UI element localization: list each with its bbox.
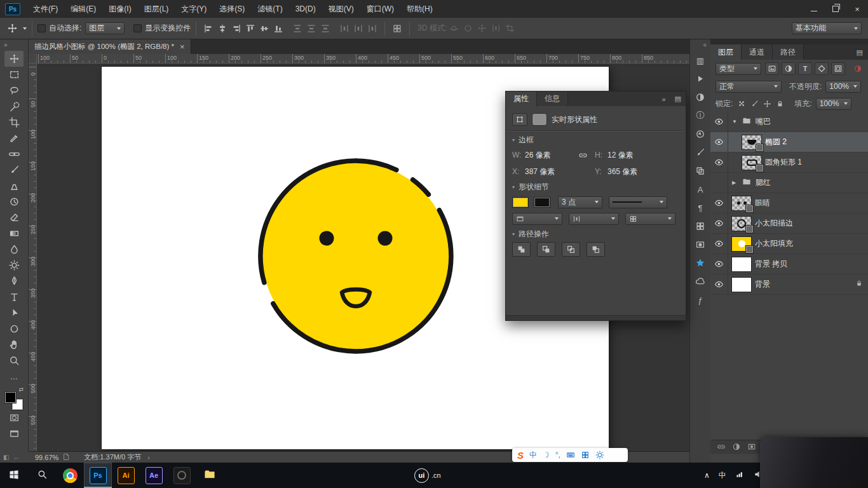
auto-select-target-combo[interactable]: 图层 [85,22,125,34]
start-button[interactable] [0,463,28,488]
section-bounds[interactable]: ▾边框 [512,133,679,147]
taskbar-app-illustrator[interactable]: Ai [112,463,140,488]
align-icon[interactable] [229,22,243,36]
layer-row[interactable]: 小太阳描边 [710,214,868,234]
distribute-icon[interactable] [290,22,304,36]
h-value-field[interactable]: 12 像素 [607,150,653,161]
fill-combo[interactable]: 100% [816,98,851,110]
taskbar-app-chrome[interactable] [56,463,84,488]
distribute-icon[interactable] [337,22,351,36]
menu-file[interactable]: 文件(F) [27,0,64,18]
ellipse-tool[interactable] [4,321,24,337]
gradient-tool[interactable] [4,226,24,241]
layer-thumbnail[interactable] [732,257,751,271]
group-disclosure-icon[interactable]: ▶ [732,180,738,186]
adjustments-panel-icon[interactable] [692,90,709,105]
x-value-field[interactable]: 387 像素 [525,166,571,177]
3d-move-icon[interactable] [475,22,489,36]
auto-align-icon[interactable] [390,22,404,36]
spot-healing-brush-tool[interactable] [4,146,24,162]
layer-visibility-toggle[interactable] [710,132,728,152]
menu-view[interactable]: 视图(V) [322,0,360,18]
character-panel-icon[interactable]: A [692,182,709,197]
ime-toolbox[interactable] [595,451,604,459]
layer-thumbnail[interactable] [732,217,751,231]
menu-window[interactable]: 窗口(W) [360,0,400,18]
clone-source-panel-icon[interactable] [692,163,709,179]
align-icon[interactable] [201,22,215,36]
align-icon[interactable] [257,22,271,36]
link-layers-icon[interactable] [717,442,726,452]
path-selection-tool[interactable] [4,305,24,321]
clone-stamp-tool[interactable] [4,178,24,194]
tab-properties[interactable]: 属性 [506,92,537,106]
libraries-panel-icon[interactable] [692,274,709,289]
auto-select-checkbox[interactable]: 自动选择: [37,23,81,34]
stroke-width-combo[interactable]: 3 点 [558,196,602,208]
stroke-align-combo[interactable] [512,213,562,225]
filter-type-icon[interactable] [765,62,779,75]
panel-menu-icon[interactable]: ▤ [670,92,686,106]
menu-3d[interactable]: 3D(D) [289,0,322,18]
info-panel-icon[interactable]: Ⓘ [692,108,709,123]
tab-channels[interactable]: 通道 [742,44,773,60]
menu-edit[interactable]: 编辑(E) [64,0,102,18]
hidden-icons-chevron[interactable]: ∧ [704,471,710,480]
rectangular-marquee-tool[interactable] [4,67,24,83]
tab-paths[interactable]: 路径 [773,44,804,60]
distribute-icon[interactable] [304,22,318,36]
styles-panel-icon[interactable] [692,255,709,271]
distribute-icon[interactable] [318,22,332,36]
filter-kind-combo[interactable]: 类型 [715,63,761,75]
3d-crop-icon[interactable] [503,22,517,36]
panel-menu-icon[interactable]: ▤ [851,44,868,60]
link-wh-icon[interactable] [573,151,592,160]
blend-mode-combo[interactable]: 正常 [715,81,782,93]
taskbar-app-unknown[interactable] [168,463,196,488]
taskbar-app-photoshop[interactable]: Ps [84,463,112,488]
menu-select[interactable]: 选择(S) [213,0,251,18]
filter-type-icon[interactable] [782,62,796,75]
horizontal-ruler[interactable]: 1005005010015020025030035040045050055060… [37,54,689,64]
taskbar-app-after-effects[interactable]: Ae [140,463,168,488]
distribute-icon[interactable] [365,22,379,36]
blur-tool[interactable] [4,241,24,257]
history-brush-tool[interactable] [4,194,24,210]
screen-mode-icon[interactable] [4,426,24,442]
eyedropper-tool[interactable] [4,130,24,146]
add-mask-icon[interactable] [747,442,756,452]
layer-thumbnail[interactable] [732,278,751,292]
color-chips[interactable]: ⇄ [5,392,23,410]
layer-row[interactable]: 背景 [710,274,868,295]
quick-mask-icon[interactable] [4,410,24,426]
lasso-tool[interactable] [4,83,24,98]
layer-name[interactable]: 背景 [755,279,770,290]
ime-punctuation-toggle[interactable]: °, [555,451,560,459]
tab-info[interactable]: 信息 [537,92,568,106]
group-disclosure-icon[interactable]: ▼ [732,119,738,125]
paragraph-panel-icon[interactable]: ¶ [692,200,709,215]
close-button[interactable]: × [846,0,868,18]
actions-panel-icon[interactable] [692,71,709,86]
vertical-ruler[interactable]: 050100150200250300350400450500550 [29,64,37,451]
swatches-panel-icon[interactable] [692,219,709,234]
histogram-panel-icon[interactable]: ▥ [692,53,709,68]
align-icon[interactable] [271,22,285,36]
layer-name[interactable]: 圆角矩形 1 [765,157,802,168]
ime-fullwidth-toggle[interactable]: ☽ [543,451,550,459]
layer-row[interactable]: 眼睛 [710,193,868,214]
subtract-front-shape-button[interactable] [537,242,555,257]
mask-properties-icon[interactable] [532,113,547,126]
panel-collapse-icon[interactable]: » [657,92,670,106]
ime-skin[interactable] [581,451,590,459]
layer-row[interactable]: 背景 拷贝 [710,254,868,274]
layer-visibility-toggle[interactable] [710,234,728,254]
distribute-icon[interactable] [351,22,365,36]
current-tool-icon[interactable] [5,22,19,36]
panel-resize-grip[interactable] [506,315,686,320]
network-icon[interactable] [735,470,745,481]
combine-shapes-button[interactable] [512,242,531,257]
layer-thumbnail[interactable] [732,237,751,251]
layer-name[interactable]: 嘴巴 [756,116,771,127]
layer-name[interactable]: 小太阳描边 [755,218,793,229]
